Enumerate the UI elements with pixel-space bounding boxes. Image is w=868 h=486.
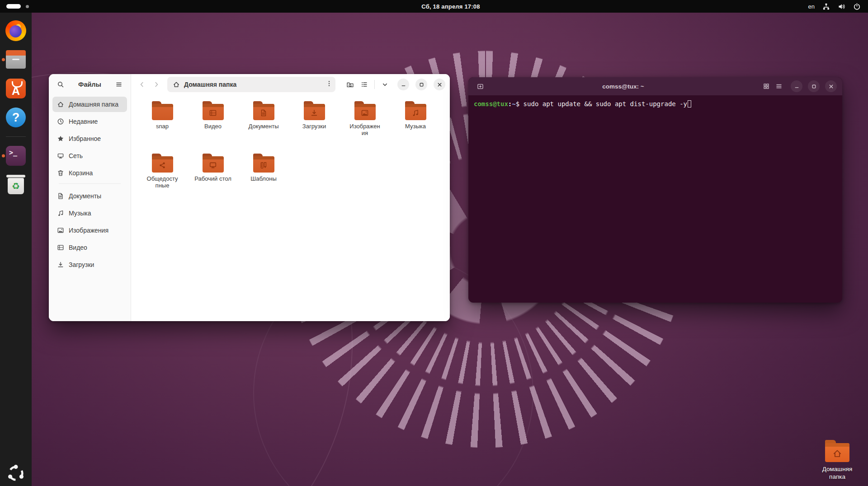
dock-item-trash[interactable]: ♻ — [0, 174, 32, 196]
files-window: Файлы Домашняя папка Недавние Избранное — [49, 74, 450, 321]
dock-item-files[interactable] — [0, 49, 32, 70]
folder-label: snap — [156, 123, 169, 130]
maximize-button[interactable] — [808, 80, 820, 92]
folder-item-snap[interactable]: snap — [137, 100, 188, 153]
folder-item-documents[interactable]: Документы — [238, 100, 289, 153]
desktop-icon-label: Домашняя папка — [816, 466, 858, 481]
sidebar-item-label: Корзина — [69, 169, 93, 177]
app-menu-button[interactable] — [113, 78, 125, 91]
show-applications-button[interactable] — [0, 463, 32, 484]
close-button[interactable] — [825, 80, 837, 92]
folder-item-pictures[interactable]: Изображен ия — [340, 100, 390, 153]
sidebar-item-home[interactable]: Домашняя папка — [52, 97, 127, 112]
chevron-right-icon — [153, 81, 160, 88]
folder-item-videos[interactable]: Видео — [188, 100, 238, 153]
folder-item-music[interactable]: Музыка — [390, 100, 441, 153]
software-a-glyph: A — [12, 85, 20, 97]
close-icon — [828, 83, 835, 90]
back-button[interactable] — [136, 78, 148, 91]
running-indicator — [2, 58, 5, 61]
dock-item-firefox[interactable] — [0, 20, 32, 42]
sidebar-item-pictures[interactable]: Изображения — [52, 223, 127, 238]
files-main: Домашняя папка — [131, 74, 450, 321]
activities-indicator[interactable] — [6, 4, 29, 9]
header-separator — [374, 80, 375, 89]
sidebar-item-trash[interactable]: Корзина — [52, 165, 127, 181]
terminal-menu-button[interactable] — [773, 80, 785, 93]
folder-item-templates[interactable]: Шаблоны — [238, 153, 289, 205]
sidebar-item-recent[interactable]: Недавние — [52, 114, 127, 129]
folder-icon — [203, 156, 224, 173]
folder-icon — [304, 104, 325, 120]
keyboard-layout-indicator[interactable]: en — [808, 3, 815, 10]
recycle-glyph: ♻ — [12, 182, 20, 191]
workspace-pill — [6, 4, 21, 9]
sidebar-item-videos[interactable]: Видео — [52, 240, 127, 255]
folder-item-public[interactable]: Общедосту пные — [137, 153, 188, 205]
system-status-area[interactable]: en — [801, 0, 868, 13]
sidebar-item-network[interactable]: Сеть — [52, 148, 127, 164]
terminal-body[interactable]: comss@tux:~$ sudo apt update && sudo apt… — [468, 95, 842, 303]
folder-item-downloads[interactable]: Загрузки — [289, 100, 340, 153]
desktop-icon-home-folder[interactable]: Домашняя папка — [811, 439, 864, 481]
download-emblem-icon — [310, 109, 318, 117]
firefox-icon — [5, 20, 26, 41]
sidebar-item-downloads[interactable]: Загрузки — [52, 257, 127, 272]
music-emblem-icon — [411, 109, 420, 117]
home-folder-icon — [825, 443, 849, 462]
star-icon — [57, 135, 64, 142]
folder-label: Видео — [204, 123, 222, 130]
hamburger-icon — [115, 81, 123, 88]
dock-item-help[interactable]: ? — [0, 107, 32, 128]
sidebar-item-label: Сеть — [69, 152, 83, 159]
sidebar-item-label: Музыка — [69, 210, 91, 217]
minimize-button[interactable] — [791, 80, 802, 92]
close-button[interactable] — [434, 79, 445, 90]
folder-icon — [354, 104, 376, 120]
ubuntu-software-icon: A — [6, 79, 26, 98]
minimize-button[interactable] — [397, 79, 409, 90]
prompt-user-host: comss@tux — [474, 100, 508, 107]
list-view-icon — [361, 81, 368, 88]
home-icon — [173, 81, 180, 88]
tabs-overview-button[interactable] — [760, 80, 773, 93]
network-icon — [57, 152, 64, 159]
document-emblem-icon — [259, 109, 268, 117]
document-icon — [57, 192, 64, 200]
list-view-toggle-button[interactable] — [358, 78, 371, 91]
sidebar-item-starred[interactable]: Избранное — [52, 131, 127, 146]
terminal-title: comss@tux: ~ — [486, 83, 760, 90]
sidebar-item-label: Домашняя папка — [69, 101, 118, 108]
location-menu-button[interactable] — [326, 80, 333, 89]
sidebar-item-music[interactable]: Музыка — [52, 206, 127, 221]
folder-icon — [253, 104, 274, 120]
search-button[interactable] — [54, 78, 67, 91]
command-text: sudo apt update && sudo apt dist-upgrade… — [524, 100, 687, 107]
maximize-button[interactable] — [415, 79, 427, 90]
template-emblem-icon — [259, 161, 268, 169]
folder-icon — [253, 156, 274, 173]
workspace-dot — [26, 5, 29, 8]
maximize-icon — [811, 83, 817, 90]
new-tab-button[interactable] — [474, 80, 486, 93]
sidebar-list: Домашняя папка Недавние Избранное Сеть К… — [49, 95, 131, 276]
sidebar-divider — [59, 183, 121, 184]
folder-label: Загрузки — [302, 123, 326, 130]
folder-grid: snap Видео Документы — [131, 95, 450, 321]
forward-button[interactable] — [150, 78, 163, 91]
folder-item-desktop[interactable]: Рабочий стол — [188, 153, 238, 205]
sidebar-item-documents[interactable]: Документы — [52, 188, 127, 204]
clock[interactable]: Сб, 18 апреля 17:08 — [421, 0, 480, 13]
help-icon: ? — [6, 107, 26, 127]
app-title: Файлы — [70, 81, 110, 88]
clock-icon — [57, 118, 64, 125]
music-icon — [57, 210, 64, 217]
terminal-cursor — [688, 100, 691, 107]
dock-item-ubuntu-software[interactable]: A — [0, 78, 32, 99]
running-indicator — [2, 154, 5, 158]
trash-icon: ♻ — [8, 178, 24, 194]
dock-item-terminal[interactable]: >_ — [0, 145, 32, 167]
view-options-button[interactable] — [378, 78, 391, 91]
search-in-folder-button[interactable] — [344, 78, 356, 91]
path-bar[interactable]: Домашняя папка — [167, 77, 335, 92]
